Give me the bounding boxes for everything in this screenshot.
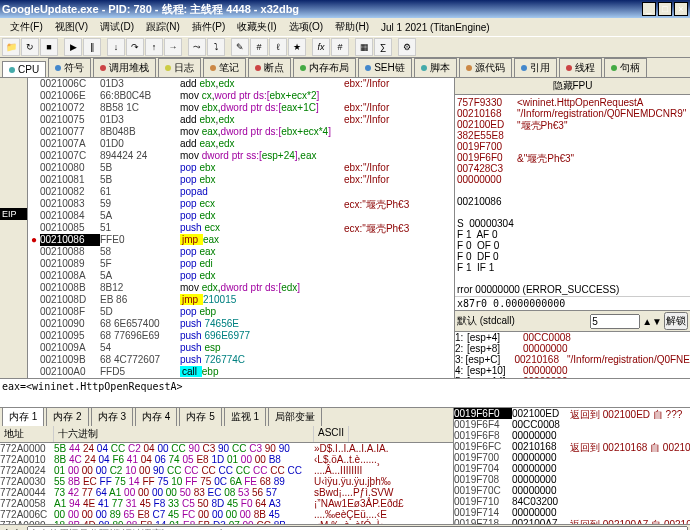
modules-icon[interactable]: ▦ [355, 38, 373, 56]
pause-icon[interactable]: ‖ [83, 38, 101, 56]
label-icon[interactable]: ℓ [269, 38, 287, 56]
view-tab[interactable]: 符号 [48, 58, 91, 77]
command-input[interactable] [27, 526, 688, 530]
view-tab[interactable]: 线程 [559, 58, 602, 77]
step-out-icon[interactable]: ↑ [145, 38, 163, 56]
view-tab[interactable]: 源代码 [459, 58, 512, 77]
step-over-icon[interactable]: ↷ [126, 38, 144, 56]
view-tab[interactable]: SEH链 [358, 58, 412, 77]
dump-tab[interactable]: 内存 4 [135, 407, 177, 426]
gutter: EIP [0, 78, 28, 378]
eip-marker: EIP [0, 208, 27, 220]
window-title: GoogleUpdate.exe - PID: 780 - 线程: 主线程 44… [2, 2, 299, 17]
close-button[interactable]: × [674, 2, 688, 16]
callconv-label: 默认 (stdcall) [457, 314, 515, 328]
patch-icon[interactable]: ✎ [231, 38, 249, 56]
view-tab[interactable]: CPU [2, 61, 46, 77]
fpu-toggle[interactable]: 隐藏FPU [455, 78, 690, 95]
menu-item[interactable]: 帮助(H) [329, 20, 375, 34]
dump-tab[interactable]: 内存 2 [46, 407, 88, 426]
trace-over-icon[interactable]: ⤵ [207, 38, 225, 56]
dump-col-hex: 十六进制 [54, 426, 314, 442]
run-icon[interactable]: ▶ [64, 38, 82, 56]
menu-item[interactable]: 调试(D) [94, 20, 140, 34]
stack-view[interactable]: 0019F6F0002100ED返回到 002100ED 自 ???0019F6… [454, 408, 690, 524]
restart-icon[interactable]: ↻ [21, 38, 39, 56]
menu-item[interactable]: 跟踪(N) [140, 20, 186, 34]
disassembly-view[interactable]: 0021006C01D3add ebx,edxebx:"/Infor002100… [28, 78, 454, 378]
view-tab[interactable]: 内存布局 [293, 58, 356, 77]
dump-tab[interactable]: 监视 1 [224, 407, 266, 426]
view-tab[interactable]: 断点 [248, 58, 291, 77]
registers-view[interactable]: 757F9330<wininet.HttpOpenRequestA0021016… [455, 95, 690, 296]
reg-footer: x87r0 0.0000000000 [455, 296, 690, 310]
dump-col-addr: 地址 [0, 426, 54, 442]
view-tab[interactable]: 脚本 [414, 58, 457, 77]
view-tab[interactable]: 笔记 [203, 58, 246, 77]
menu-item[interactable]: 选项(O) [283, 20, 329, 34]
menu-item[interactable]: 收藏夹(I) [231, 20, 282, 34]
dump-tab[interactable]: 内存 1 [2, 407, 44, 426]
menu-item[interactable]: 文件(F) [4, 20, 49, 34]
cmd-label: 命令: [2, 527, 25, 531]
dump-col-ascii: ASCII [314, 426, 349, 442]
minimize-button[interactable]: _ [642, 2, 656, 16]
settings-icon[interactable]: ⚙ [398, 38, 416, 56]
menu-item[interactable]: 视图(V) [49, 20, 94, 34]
dump-tab[interactable]: 内存 5 [179, 407, 221, 426]
maximize-button[interactable]: □ [658, 2, 672, 16]
toolbar: 📁 ↻ ■ ▶ ‖ ↓ ↷ ↑ → ⤳ ⤵ ✎ # ℓ ★ fx # ▦ ∑ ⚙ [0, 36, 690, 58]
dump-tab[interactable]: 内存 3 [91, 407, 133, 426]
bookmark-icon[interactable]: ★ [288, 38, 306, 56]
trace-icon[interactable]: ⤳ [188, 38, 206, 56]
calc-icon[interactable]: ∑ [374, 38, 392, 56]
view-tab[interactable]: 引用 [514, 58, 557, 77]
stop-icon[interactable]: ■ [40, 38, 58, 56]
step-icon[interactable]: → [164, 38, 182, 56]
menu-item: Jul 1 2021 (TitanEngine) [375, 22, 496, 33]
view-tab[interactable]: 调用堆栈 [93, 58, 156, 77]
step-into-icon[interactable]: ↓ [107, 38, 125, 56]
dump-tab[interactable]: 局部变量 [268, 407, 322, 426]
view-tab[interactable]: 句柄 [604, 58, 647, 77]
menu-item[interactable]: 插件(P) [186, 20, 231, 34]
view-tab[interactable]: 日志 [158, 58, 201, 77]
open-icon[interactable]: 📁 [2, 38, 20, 56]
arg-count-input[interactable] [590, 314, 640, 329]
hash-icon[interactable]: # [331, 38, 349, 56]
comment-icon[interactable]: # [250, 38, 268, 56]
unlock-button[interactable]: 解锁 [664, 312, 688, 330]
fx-icon[interactable]: fx [312, 38, 330, 56]
dump-view[interactable]: 772A00005B 44 24 04 CC C2 04 00 CC 90 C3… [0, 443, 453, 524]
info-line: eax=<wininet.HttpOpenRequestA> [0, 378, 690, 408]
args-view[interactable]: 1:[esp+4]00CC00082:[esp+8]000000003:[esp… [455, 332, 690, 378]
